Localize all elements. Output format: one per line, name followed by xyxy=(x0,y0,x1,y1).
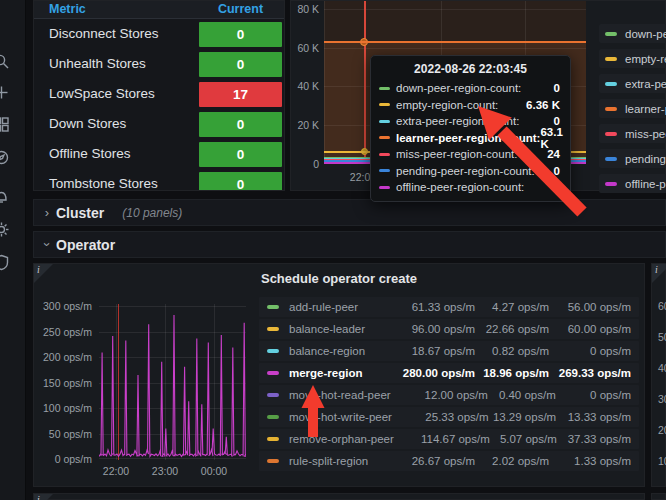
y-axis-tick: 10 xyxy=(658,455,666,467)
series-value: 6.36 K xyxy=(526,99,560,111)
gridline xyxy=(324,1,325,164)
series-value: 0 xyxy=(554,181,560,193)
table-row: LowSpace Stores 17 xyxy=(34,79,284,109)
series-stat-1: 61.33 ops/m xyxy=(369,301,475,313)
series-name: balance-leader xyxy=(289,323,365,335)
series-stat-3: 269.33 ops/m xyxy=(549,367,631,379)
legend-row[interactable]: rule-split-region 26.67 ops/m 2.02 ops/m… xyxy=(259,451,639,471)
plus-icon[interactable] xyxy=(0,84,10,101)
series-name: offline-peer-region-count xyxy=(396,181,524,193)
explore-compass-icon[interactable] xyxy=(0,149,10,166)
series-color-dash xyxy=(605,57,617,61)
metric-name: LowSpace Stores xyxy=(49,79,155,109)
legend-item[interactable]: offline-peer-region-count xyxy=(599,174,666,193)
y-axis-tick: 40 K xyxy=(291,80,319,92)
panel-title[interactable]: Schedule operator create xyxy=(34,271,644,286)
operator-plot[interactable] xyxy=(99,304,246,460)
y-axis-tick: 0 ops/m xyxy=(34,453,92,465)
series-name: learner-peer-region-count xyxy=(396,132,540,144)
metric-name: Down Stores xyxy=(49,109,126,139)
y-axis-tick: 150 ops/m xyxy=(34,377,92,389)
series-color-dash xyxy=(379,186,390,189)
series-stat-2: 4.27 ops/m xyxy=(475,301,549,313)
dashboards-icon[interactable] xyxy=(0,116,10,133)
series-stat-2: 0.40 ops/m xyxy=(488,389,556,401)
legend-row[interactable]: balance-region 18.67 ops/m 0.82 ops/m 0 … xyxy=(259,341,639,361)
y-axis-tick: 300 ops/m xyxy=(34,300,92,312)
series-color-dash xyxy=(379,136,390,139)
row-title: Operator xyxy=(56,237,115,253)
table-row: Unhealth Stores 0 xyxy=(34,49,284,79)
row-panel-count: (10 panels) xyxy=(122,206,182,220)
series-stat-3: 13.33 ops/m xyxy=(556,411,631,423)
legend-row[interactable]: remove-orphan-peer 114.67 ops/m 5.07 ops… xyxy=(259,429,639,449)
server-admin-shield-icon[interactable] xyxy=(0,254,10,271)
legend-item[interactable]: miss-peer-region-count xyxy=(599,124,666,143)
series-stat-3: 60.00 ops/m xyxy=(549,323,631,335)
series-value: 0 xyxy=(554,165,560,177)
series-color-dash xyxy=(267,305,279,309)
series-stat-1: 96.00 ops/m xyxy=(369,323,475,335)
configuration-gear-icon[interactable] xyxy=(0,221,10,238)
chevron-right-icon: › xyxy=(40,205,54,220)
metric-name: Tombstone Stores xyxy=(49,169,158,191)
metric-value-cell: 0 xyxy=(199,52,282,77)
legend-row[interactable]: add-rule-peer 61.33 ops/m 4.27 ops/m 56.… xyxy=(259,297,639,317)
series-color-dash xyxy=(605,132,617,136)
partial-right-panel: 605040302010 xyxy=(651,263,666,487)
series-color-dash xyxy=(605,107,617,111)
x-axis-tick: 00:00 xyxy=(192,465,236,477)
series-name: down-peer-region-count xyxy=(625,28,666,40)
series-color-dash xyxy=(605,157,617,161)
legend-item[interactable]: down-peer-region-count xyxy=(599,24,666,43)
series-name: move-hot-write-peer xyxy=(289,411,392,423)
legend-item[interactable]: pending-peer-region-count xyxy=(599,149,666,168)
legend-row[interactable]: merge-region 280.00 ops/m 18.96 ops/m 26… xyxy=(259,363,639,383)
series-color-dash xyxy=(379,120,390,123)
legend-item[interactable]: empty-region-count xyxy=(599,49,666,68)
series-color-dash xyxy=(267,459,279,463)
column-header-current: Current xyxy=(199,2,282,16)
bottom-right-panel-edge xyxy=(651,493,666,500)
search-icon[interactable] xyxy=(0,53,10,70)
table-row: Tombstone Stores 0 xyxy=(34,169,284,191)
legend-item[interactable]: extra-peer-region-count xyxy=(599,74,666,93)
y-axis-tick: 0 xyxy=(291,158,319,170)
series-name: empty-region-count xyxy=(625,53,666,65)
panel-info-icon[interactable] xyxy=(34,494,53,500)
legend-row[interactable]: move-hot-read-peer 12.00 ops/m 0.40 ops/… xyxy=(259,385,639,405)
series-color-dash xyxy=(267,327,279,331)
legend-row[interactable]: move-hot-write-peer 25.33 ops/m 13.29 op… xyxy=(259,407,639,427)
panel-info-icon[interactable] xyxy=(652,264,666,283)
series-color-dash xyxy=(605,182,617,186)
y-axis-tick: 50 ops/m xyxy=(34,428,92,440)
metric-name: Unhealth Stores xyxy=(49,49,146,79)
legend-item[interactable]: learner-peer-region-count xyxy=(599,99,666,118)
series-stat-1: 26.67 ops/m xyxy=(369,455,475,467)
legend-row[interactable]: balance-leader 96.00 ops/m 22.66 ops/m 6… xyxy=(259,319,639,339)
alerting-bell-icon[interactable] xyxy=(0,188,10,205)
tooltip-row: learner-peer-region-count 63.1 K xyxy=(371,130,570,147)
series-name: empty-region-count xyxy=(396,99,498,111)
series-color-dash xyxy=(379,169,390,172)
series-color-dash xyxy=(267,437,279,441)
y-axis-tick: 60 K xyxy=(291,42,319,54)
table-body: Disconnect Stores 0 Unhealth Stores 0 Lo… xyxy=(34,19,284,191)
metric-value-cell: 0 xyxy=(199,22,282,47)
series-stat-1: 114.67 ops/m xyxy=(394,433,490,445)
metric-value-cell: 0 xyxy=(199,142,282,167)
y-axis-tick: 50 xyxy=(658,331,666,343)
series-stat-2: 0.82 ops/m xyxy=(475,345,549,357)
metric-value-cell: 0 xyxy=(199,172,282,192)
x-axis-tick: 23:00 xyxy=(143,465,187,477)
series-name: pending-peer-region-count xyxy=(625,153,666,165)
row-cluster[interactable]: › Cluster (10 panels) xyxy=(33,199,666,226)
series-value: 24 xyxy=(547,148,560,160)
series-color-dash xyxy=(379,87,390,90)
y-axis-tick: 20 K xyxy=(291,119,319,131)
row-operator[interactable]: › Operator xyxy=(33,231,666,258)
series-name: remove-orphan-peer xyxy=(289,433,394,445)
y-axis-tick: 80 K xyxy=(291,3,319,15)
series-color-dash xyxy=(267,393,279,397)
series-name: balance-region xyxy=(289,345,365,357)
